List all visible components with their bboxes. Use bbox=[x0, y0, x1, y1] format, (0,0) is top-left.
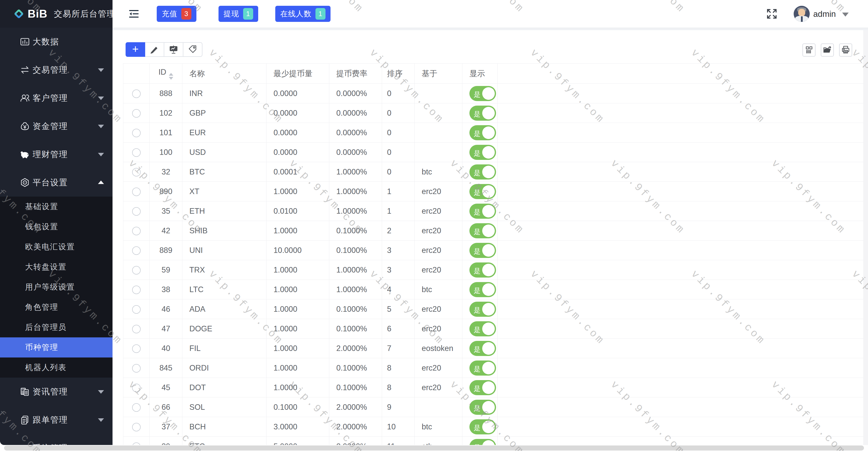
show-toggle[interactable]: 是 bbox=[469, 341, 496, 356]
news-icon: NEW bbox=[20, 386, 30, 397]
board-button[interactable] bbox=[164, 42, 183, 57]
row-radio[interactable] bbox=[132, 344, 141, 353]
show-toggle[interactable]: 是 bbox=[469, 86, 496, 101]
row-radio[interactable] bbox=[132, 109, 141, 118]
horizontal-scrollbar[interactable] bbox=[4, 446, 864, 451]
show-toggle[interactable]: 是 bbox=[469, 321, 496, 336]
row-radio[interactable] bbox=[132, 443, 141, 445]
show-toggle[interactable]: 是 bbox=[469, 380, 496, 395]
toggle-knob bbox=[482, 421, 495, 433]
row-radio[interactable] bbox=[132, 129, 141, 137]
cell-select bbox=[123, 162, 150, 182]
menu-fold-icon[interactable] bbox=[128, 8, 140, 20]
toggle-knob bbox=[482, 107, 495, 119]
show-toggle[interactable]: 是 bbox=[469, 282, 496, 297]
row-radio[interactable] bbox=[132, 89, 141, 98]
show-toggle[interactable]: 是 bbox=[469, 400, 496, 415]
sidebar-subitem-大转盘设置[interactable]: 大转盘设置 bbox=[0, 257, 113, 277]
row-radio[interactable] bbox=[132, 384, 141, 392]
stat-button-充值[interactable]: 充值3 bbox=[157, 6, 196, 22]
show-toggle[interactable]: 是 bbox=[469, 262, 496, 278]
sidebar-subitem-欧美电汇设置[interactable]: 欧美电汇设置 bbox=[0, 237, 113, 257]
cell-base: erc20 bbox=[415, 378, 462, 397]
sidebar-item-资金管理[interactable]: 资金管理 bbox=[0, 112, 113, 140]
stat-button-提现[interactable]: 提现1 bbox=[218, 6, 258, 22]
show-toggle[interactable]: 是 bbox=[469, 184, 496, 199]
sort-icon[interactable] bbox=[169, 73, 173, 80]
show-toggle[interactable]: 是 bbox=[469, 145, 496, 160]
sidebar-subitem-基础设置[interactable]: 基础设置 bbox=[0, 197, 113, 217]
show-toggle[interactable]: 是 bbox=[469, 223, 496, 238]
show-toggle[interactable]: 是 bbox=[469, 439, 496, 445]
sidebar-subitem-角色管理[interactable]: 角色管理 bbox=[0, 297, 113, 317]
cell-min-withdraw: 0.0000 bbox=[267, 123, 329, 143]
row-radio[interactable] bbox=[132, 364, 141, 372]
cell-fee-rate: 2.0000% bbox=[329, 417, 382, 437]
show-toggle[interactable]: 是 bbox=[469, 106, 496, 121]
show-toggle[interactable]: 是 bbox=[469, 361, 496, 375]
cell-select bbox=[123, 397, 150, 417]
cell-select bbox=[123, 103, 150, 123]
printer-icon bbox=[841, 45, 851, 56]
row-radio[interactable] bbox=[132, 207, 141, 216]
export-button[interactable] bbox=[821, 44, 834, 57]
row-radio[interactable] bbox=[132, 423, 141, 431]
sidebar-item-交易管理[interactable]: 交易管理 bbox=[0, 56, 113, 84]
cell-min-withdraw: 10.0000 bbox=[267, 241, 329, 260]
cell-base bbox=[415, 123, 462, 143]
row-radio[interactable] bbox=[132, 325, 141, 333]
show-toggle[interactable]: 是 bbox=[469, 243, 496, 258]
user-dropdown-caret-icon[interactable] bbox=[842, 12, 849, 17]
show-toggle[interactable]: 是 bbox=[469, 164, 496, 179]
row-radio[interactable] bbox=[132, 246, 141, 255]
row-radio[interactable] bbox=[132, 227, 141, 235]
fullscreen-icon[interactable] bbox=[766, 7, 778, 20]
toggle-label: 是 bbox=[474, 208, 480, 217]
edit-button[interactable] bbox=[145, 42, 164, 57]
sidebar-item-理财管理[interactable]: 理财管理 bbox=[0, 140, 113, 168]
tag-button[interactable] bbox=[183, 42, 203, 57]
stat-button-在线人数[interactable]: 在线人数1 bbox=[275, 6, 331, 22]
toggle-knob bbox=[482, 401, 495, 414]
sidebar-subitem-机器人列表[interactable]: 机器人列表 bbox=[0, 358, 113, 377]
row-radio[interactable] bbox=[132, 286, 141, 294]
sidebar-item-大数据[interactable]: 大数据 bbox=[0, 28, 113, 56]
sidebar-item-系统管理[interactable]: 系统管理 bbox=[0, 434, 113, 445]
row-radio[interactable] bbox=[132, 403, 141, 412]
add-button[interactable]: + bbox=[126, 42, 145, 57]
sidebar-item-资讯管理[interactable]: NEW资讯管理 bbox=[0, 377, 113, 406]
sidebar-subitem-后台管理员[interactable]: 后台管理员 bbox=[0, 317, 113, 337]
trade-icon bbox=[20, 65, 30, 75]
stat-badge: 1 bbox=[243, 8, 253, 20]
show-toggle[interactable]: 是 bbox=[469, 204, 496, 219]
row-radio[interactable] bbox=[132, 168, 141, 176]
sidebar-item-跟单管理[interactable]: 跟单管理 bbox=[0, 406, 113, 434]
sidebar-subitem-钱包设置[interactable]: 钱包设置 bbox=[0, 217, 113, 237]
cell-filler bbox=[498, 339, 864, 358]
table-row-TRX: 59TRX1.00001.0000%3erc20是 bbox=[123, 260, 864, 280]
sidebar-subitem-币种管理[interactable]: 币种管理 bbox=[0, 337, 113, 358]
row-radio[interactable] bbox=[132, 148, 141, 157]
sidebar-item-客户管理[interactable]: 客户管理 bbox=[0, 84, 113, 112]
cell-fee-rate: 1.0000% bbox=[329, 182, 382, 201]
avatar[interactable] bbox=[794, 6, 810, 22]
row-radio[interactable] bbox=[132, 266, 141, 275]
cell-filler bbox=[498, 280, 864, 300]
cell-show: 是 bbox=[462, 397, 498, 417]
cell-fee-rate: 2.0000% bbox=[329, 437, 382, 445]
logo[interactable]: BiB 交易所后台管理 bbox=[0, 0, 113, 28]
cell-min-withdraw: 0.0100 bbox=[267, 201, 329, 221]
cell-filler bbox=[498, 397, 864, 417]
show-toggle[interactable]: 是 bbox=[469, 419, 496, 434]
row-radio[interactable] bbox=[132, 305, 141, 314]
row-radio[interactable] bbox=[132, 188, 141, 196]
cell-select bbox=[123, 280, 150, 300]
show-toggle[interactable]: 是 bbox=[469, 302, 496, 317]
show-toggle[interactable]: 是 bbox=[469, 125, 496, 140]
columns-button[interactable] bbox=[802, 44, 815, 57]
sidebar-subitem-用户等级设置[interactable]: 用户等级设置 bbox=[0, 277, 113, 297]
sidebar-item-平台设置[interactable]: 平台设置 bbox=[0, 168, 113, 197]
print-button[interactable] bbox=[839, 44, 852, 57]
user-name[interactable]: admin bbox=[813, 9, 836, 19]
toggle-knob bbox=[482, 264, 495, 276]
